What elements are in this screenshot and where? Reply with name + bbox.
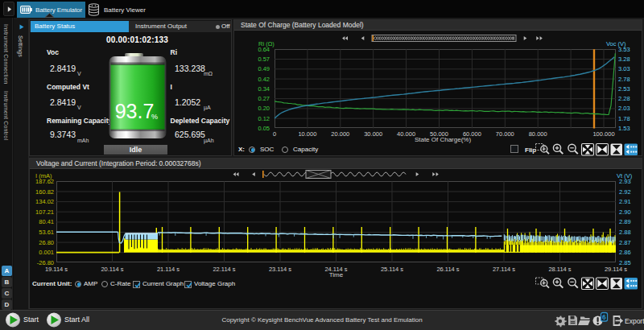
svg-text:6: 6 (602, 313, 606, 321)
